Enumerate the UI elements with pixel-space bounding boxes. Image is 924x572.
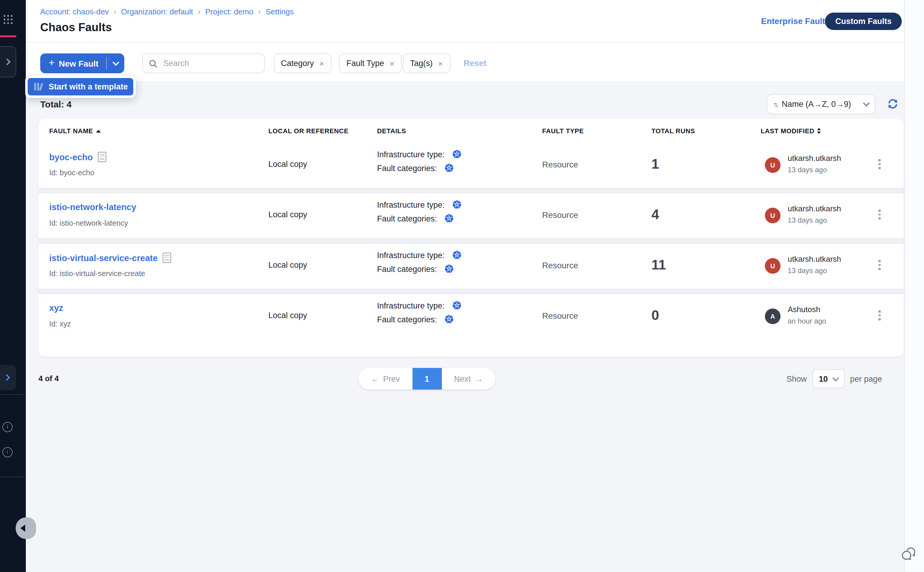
search-input[interactable] — [162, 58, 255, 68]
row-menu-button[interactable] — [875, 210, 884, 223]
close-icon[interactable]: × — [319, 59, 324, 68]
breadcrumb-separator: › — [114, 7, 116, 16]
search-icon — [149, 59, 157, 67]
table-row[interactable]: istio-network-latency Id: istio-network-… — [39, 193, 904, 238]
chevron-down-icon — [112, 59, 119, 66]
next-page-button[interactable]: Next → — [442, 368, 495, 390]
fault-id: Id: istio-virtual-service-create — [49, 269, 145, 278]
page-size-select[interactable]: 10 — [812, 369, 845, 389]
chat-bubbles-icon — [899, 545, 917, 563]
search-box — [142, 53, 265, 73]
help-chat-button[interactable] — [899, 545, 917, 563]
local-or-reference-value: Local copy — [268, 160, 307, 169]
scrollbar-gutter[interactable] — [904, 0, 924, 572]
kubernetes-icon — [452, 149, 461, 159]
breadcrumb-project[interactable]: Project: demo — [205, 7, 254, 16]
fault-name-link[interactable]: xyz — [49, 303, 63, 313]
content-area: Total: 4 ↑↓ Name (A→Z, 0→9) FAULT NAM — [26, 81, 924, 572]
info-icon[interactable] — [2, 422, 12, 432]
page-title: Chaos Faults — [40, 21, 112, 34]
show-label: Show — [787, 374, 807, 383]
fault-categories-label: Fault categories: — [377, 163, 437, 173]
fault-type-value: Resource — [542, 160, 578, 169]
faults-table: FAULT NAME LOCAL OR REFERENCE DETAILS FA… — [39, 119, 904, 356]
chevron-down-icon — [832, 375, 839, 381]
table-row[interactable]: byoc-echo Id: byoc-echo Local copy Infra… — [39, 143, 904, 188]
fault-name-link[interactable]: istio-network-latency — [49, 202, 136, 212]
fault-categories-label: Fault categories: — [377, 264, 437, 274]
reset-filters-link[interactable]: Reset — [464, 58, 486, 68]
current-page-button[interactable]: 1 — [412, 368, 442, 390]
breadcrumb-separator: › — [258, 7, 261, 16]
info-icon[interactable] — [2, 447, 12, 457]
fault-name-link[interactable]: byoc-echo — [49, 152, 93, 162]
column-fault-name[interactable]: FAULT NAME — [49, 127, 101, 134]
table-header-row: FAULT NAME LOCAL OR REFERENCE DETAILS FA… — [39, 119, 904, 143]
total-runs-value: 11 — [652, 257, 666, 273]
kubernetes-icon — [452, 250, 461, 260]
breadcrumb-settings[interactable]: Settings — [266, 7, 294, 16]
refresh-button[interactable] — [887, 98, 899, 110]
total-count: Total: 4 — [40, 99, 72, 109]
accent-line — [0, 36, 16, 37]
local-or-reference-value: Local copy — [268, 261, 307, 269]
filter-chip-category[interactable]: Category × — [274, 53, 331, 73]
sort-dropdown[interactable]: ↑↓ Name (A→Z, 0→9) — [767, 94, 875, 114]
row-menu-button[interactable] — [875, 260, 884, 273]
breadcrumb-separator: › — [198, 7, 201, 16]
row-separator — [39, 188, 904, 193]
start-with-template-label: Start with a template — [49, 82, 128, 91]
row-menu-button[interactable] — [875, 310, 884, 323]
kubernetes-icon — [444, 163, 454, 173]
app-switcher-icon[interactable] — [4, 15, 14, 25]
local-or-reference-value: Local copy — [268, 210, 307, 219]
arrow-left-icon: ← — [371, 374, 379, 383]
kubernetes-icon — [452, 301, 461, 310]
fault-type-value: Resource — [542, 261, 578, 270]
column-last-modified[interactable]: LAST MODIFIED — [761, 127, 821, 134]
breadcrumb-organization[interactable]: Organization: default — [121, 7, 193, 16]
sidebar-divider — [0, 394, 25, 395]
breadcrumb-account[interactable]: Account: chaos-dev — [40, 7, 109, 16]
row-menu-button[interactable] — [875, 159, 884, 172]
enterprise-faults-link[interactable]: Enterprise Faults — [761, 16, 830, 26]
sidebar-collapse-handle[interactable] — [16, 518, 36, 539]
fault-categories-label: Fault categories: — [377, 315, 437, 324]
infrastructure-type-label: Infrastructure type: — [377, 250, 445, 260]
nav-flyout-collapsed[interactable] — [0, 46, 16, 78]
filter-chip-label: Category — [281, 59, 314, 68]
filter-chip-fault-type[interactable]: Fault Type × — [339, 53, 402, 73]
chevron-down-icon — [863, 100, 870, 107]
start-with-template-menu-item[interactable]: Start with a template — [28, 78, 133, 95]
modified-by: utkarsh.utkarsh — [788, 255, 841, 264]
filter-chip-label: Fault Type — [347, 59, 384, 68]
avatar: U — [765, 208, 781, 223]
chevron-right-icon — [3, 374, 10, 381]
total-runs-value: 4 — [652, 207, 659, 223]
breadcrumb: Account: chaos-dev › Organization: defau… — [40, 7, 294, 16]
pagination-summary: 4 of 4 — [39, 374, 59, 383]
sidebar-divider — [0, 477, 25, 477]
toolbar: + New Fault Category × Fault Type × — [26, 43, 924, 82]
row-separator — [39, 289, 904, 294]
close-icon[interactable]: × — [438, 59, 443, 68]
column-local-or-reference: LOCAL OR REFERENCE — [268, 127, 348, 134]
new-fault-split-button[interactable]: + New Fault — [40, 53, 124, 73]
table-row[interactable]: istio-virtual-service-create Id: istio-v… — [39, 244, 904, 289]
prev-page-button[interactable]: ← Prev — [358, 368, 412, 390]
manifest-document-icon[interactable] — [162, 253, 171, 263]
modified-time: 13 days ago — [788, 166, 827, 174]
column-fault-type: FAULT TYPE — [542, 127, 584, 134]
table-row[interactable]: xyz Id: xyz Local copy Infrastructure ty… — [39, 294, 904, 339]
custom-faults-button[interactable]: Custom Faults — [825, 12, 902, 30]
filter-chip-label: Tag(s) — [410, 59, 432, 68]
fault-id: Id: byoc-echo — [49, 169, 94, 177]
refresh-icon — [887, 98, 899, 110]
sidebar-expand-button[interactable] — [0, 365, 16, 390]
close-icon[interactable]: × — [390, 59, 394, 68]
filter-chip-tags[interactable]: Tag(s) × — [403, 53, 450, 73]
fault-name-link[interactable]: istio-virtual-service-create — [49, 253, 158, 263]
sort-label: Name (A→Z, 0→9) — [782, 99, 864, 109]
new-fault-dropdown-toggle[interactable] — [107, 62, 124, 65]
manifest-document-icon[interactable] — [98, 152, 106, 162]
